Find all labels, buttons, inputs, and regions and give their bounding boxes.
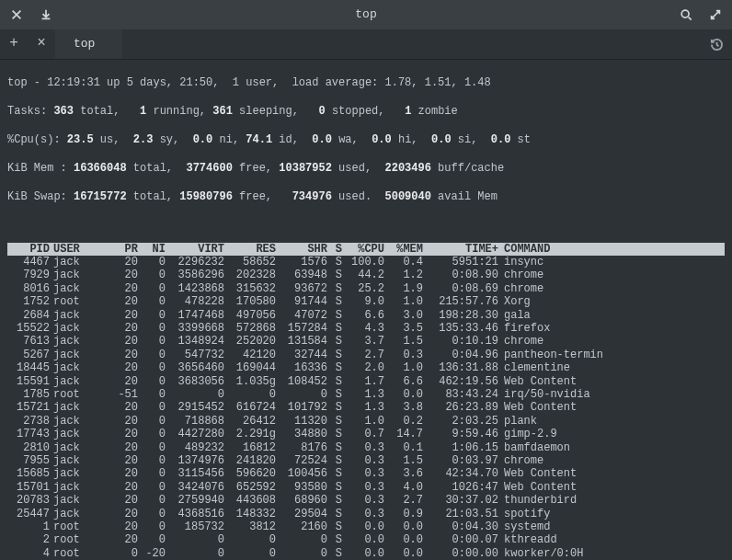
cell-time: 0:03.97 [423, 454, 498, 467]
cell-shr: 34880 [276, 428, 327, 440]
cell-virt: 1374976 [166, 454, 224, 467]
cell-time: 0:08.90 [423, 269, 498, 281]
fullscreen-icon[interactable] [708, 7, 723, 22]
cell-cmd: kthreadd [498, 533, 725, 546]
tab-top[interactable]: top [55, 29, 122, 59]
cell-user: root [50, 520, 109, 533]
cell-user: jack [50, 282, 109, 295]
close-icon[interactable] [9, 7, 24, 22]
cell-pr: 20 [109, 322, 138, 335]
cell-pr: 20 [109, 282, 138, 295]
cell-cmd: chrome [498, 335, 725, 348]
cell-cpu: 6.6 [342, 309, 384, 322]
cell-pid: 7613 [7, 335, 50, 348]
cell-virt: 1348924 [166, 335, 224, 348]
tabbar: + × top [0, 29, 732, 60]
cell-pid: 5267 [7, 349, 50, 361]
col-user: USER [50, 243, 109, 256]
cell-shr: 72524 [276, 454, 327, 467]
cell-cpu: 0.0 [342, 547, 384, 560]
cell-virt: 478228 [166, 295, 224, 308]
table-row: 2738jack2007188682641211320S1.00.22:03.2… [7, 415, 725, 428]
cell-res: 497056 [224, 309, 276, 322]
cell-ni: 0 [138, 481, 166, 494]
cell-time: 135:33.46 [423, 322, 498, 335]
cell-shr: 100456 [276, 467, 327, 480]
cell-res: 315632 [224, 282, 276, 295]
cell-cmd: Web Content [498, 375, 725, 388]
cell-user: jack [50, 454, 109, 467]
cell-mem: 6.6 [384, 375, 423, 388]
cell-pr: 20 [109, 520, 138, 533]
cell-mem: 0.2 [384, 415, 423, 428]
terminal-content[interactable]: top - 12:19:31 up 5 days, 21:50, 1 user,… [0, 60, 732, 560]
cell-time: 2:03.25 [423, 415, 498, 428]
cell-cpu: 2.7 [342, 349, 384, 361]
cell-cpu: 9.0 [342, 295, 384, 308]
history-icon[interactable] [701, 29, 732, 59]
cell-user: root [50, 388, 109, 401]
table-row: 4root0-20000S0.00.00:00.00kworker/0:0H [7, 547, 725, 560]
cell-ni: 0 [138, 309, 166, 322]
cell-virt: 0 [166, 547, 224, 560]
cell-shr: 157284 [276, 322, 327, 335]
cell-cpu: 100.0 [342, 256, 384, 269]
cell-ni: 0 [138, 349, 166, 361]
col-shr: SHR [276, 243, 327, 256]
cell-virt: 547732 [166, 349, 224, 361]
cell-time: 5951:21 [423, 256, 498, 269]
cell-ni: 0 [138, 428, 166, 440]
download-icon[interactable] [39, 7, 53, 22]
cell-shr: 8176 [276, 441, 327, 454]
cell-ni: 0 [138, 533, 166, 546]
cell-pid: 8016 [7, 282, 50, 295]
cell-virt: 718868 [166, 415, 224, 428]
cell-cpu: 0.3 [342, 441, 384, 454]
cell-cpu: 0.7 [342, 428, 384, 440]
terminal-window: top + × top top - 12:19:31 up 5 days, 21… [0, 0, 732, 560]
cell-time: 0:04.30 [423, 520, 498, 533]
cell-pid: 7955 [7, 454, 50, 467]
cell-s: S [327, 269, 342, 281]
cell-shr: 101792 [276, 401, 327, 414]
cell-res: 1.035g [224, 375, 276, 388]
close-tab-button[interactable]: × [28, 29, 55, 59]
cell-mem: 0.0 [384, 388, 423, 401]
cell-res: 652592 [224, 481, 276, 494]
table-row: 1root20018573238122160S0.00.00:04.30syst… [7, 520, 725, 533]
table-header: PID USER PR NI VIRT RES SHR S %CPU %MEM … [7, 243, 725, 256]
cell-cmd: irq/50-nvidia [498, 388, 725, 401]
cell-pid: 1752 [7, 295, 50, 308]
cell-pid: 2810 [7, 441, 50, 454]
cell-pid: 2684 [7, 309, 50, 322]
cell-user: jack [50, 428, 109, 440]
table-row: 8016jack200142386831563293672S25.21.90:0… [7, 282, 725, 295]
cell-res: 0 [224, 388, 276, 401]
cell-mem: 2.7 [384, 494, 423, 507]
new-tab-button[interactable]: + [0, 29, 28, 59]
cell-shr: 91744 [276, 295, 327, 308]
cell-virt: 2296232 [166, 256, 224, 269]
cell-ni: 0 [138, 401, 166, 414]
cell-cmd: thunderbird [498, 494, 725, 507]
titlebar: top [0, 0, 732, 29]
table-row: 4467jack2002296232586521576S100.00.45951… [7, 256, 725, 269]
cell-user: jack [50, 494, 109, 507]
cell-pr: -51 [109, 388, 138, 401]
cell-cmd: chrome [498, 269, 725, 281]
cell-mem: 0.0 [384, 533, 423, 546]
search-icon[interactable] [679, 7, 693, 22]
cell-res: 2.291g [224, 428, 276, 440]
cell-virt: 0 [166, 533, 224, 546]
cell-cpu: 3.7 [342, 335, 384, 348]
cell-virt: 4427280 [166, 428, 224, 440]
cell-mem: 1.0 [384, 361, 423, 374]
cell-mem: 3.0 [384, 309, 423, 322]
cell-pid: 20783 [7, 494, 50, 507]
cell-ni: 0 [138, 388, 166, 401]
cell-cpu: 1.0 [342, 415, 384, 428]
cell-cmd: insync [498, 256, 725, 269]
table-row: 7613jack2001348924252020131584S3.71.50:1… [7, 335, 725, 348]
cell-res: 0 [224, 533, 276, 546]
cell-cmd: clementine [498, 361, 725, 374]
